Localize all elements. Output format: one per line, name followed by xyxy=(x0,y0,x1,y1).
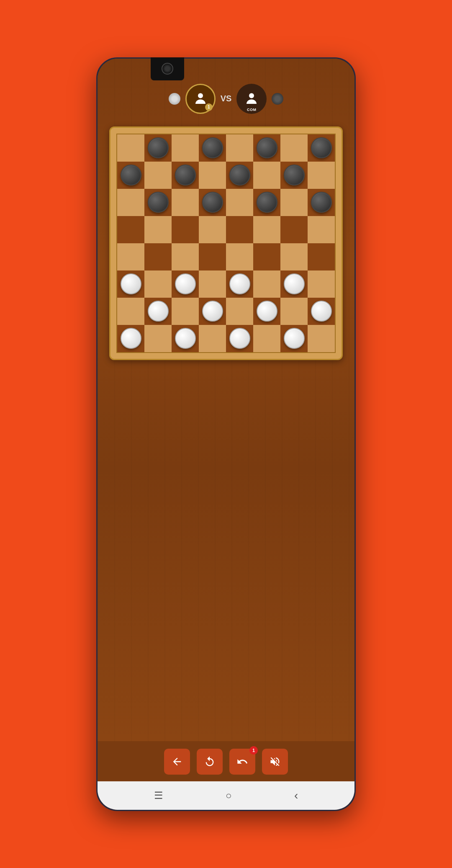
cell-3-6[interactable] xyxy=(280,216,308,243)
cell-4-3[interactable] xyxy=(199,243,226,270)
cell-4-0[interactable] xyxy=(117,243,144,270)
cell-7-7[interactable] xyxy=(308,325,335,352)
piece-white-5-6[interactable] xyxy=(284,273,305,294)
cell-6-2[interactable] xyxy=(172,298,199,325)
undo-button[interactable]: 1 xyxy=(229,749,255,775)
cell-5-1[interactable] xyxy=(144,270,172,298)
cell-0-6[interactable] xyxy=(280,134,308,162)
piece-white-5-2[interactable] xyxy=(175,273,196,294)
piece-black-2-7[interactable] xyxy=(311,192,332,213)
cell-7-4[interactable] xyxy=(226,325,253,352)
toolbar: 1 xyxy=(98,741,354,781)
cell-5-5[interactable] xyxy=(253,270,280,298)
cell-1-1[interactable] xyxy=(144,162,172,189)
cell-1-6[interactable] xyxy=(280,162,308,189)
cell-7-6[interactable] xyxy=(280,325,308,352)
cell-3-7[interactable] xyxy=(308,216,335,243)
cell-2-7[interactable] xyxy=(308,189,335,216)
piece-white-6-5[interactable] xyxy=(257,301,277,322)
cell-2-5[interactable] xyxy=(253,189,280,216)
piece-black-2-3[interactable] xyxy=(202,192,223,213)
piece-white-7-2[interactable] xyxy=(175,328,196,349)
piece-white-5-4[interactable] xyxy=(229,273,250,294)
piece-white-7-6[interactable] xyxy=(284,328,305,349)
cell-3-0[interactable] xyxy=(117,216,144,243)
cell-1-4[interactable] xyxy=(226,162,253,189)
piece-black-2-1[interactable] xyxy=(148,192,169,213)
cell-2-2[interactable] xyxy=(172,189,199,216)
cell-7-2[interactable] xyxy=(172,325,199,352)
cell-1-7[interactable] xyxy=(308,162,335,189)
cell-0-5[interactable] xyxy=(253,134,280,162)
cell-2-1[interactable] xyxy=(144,189,172,216)
cell-0-0[interactable] xyxy=(117,134,144,162)
piece-black-1-6[interactable] xyxy=(284,165,305,185)
piece-black-1-0[interactable] xyxy=(121,165,141,185)
cell-5-0[interactable] xyxy=(117,270,144,298)
cell-3-5[interactable] xyxy=(253,216,280,243)
cell-4-5[interactable] xyxy=(253,243,280,270)
sound-button[interactable] xyxy=(262,749,288,775)
back-nav-icon[interactable]: ‹ xyxy=(294,789,298,802)
cell-0-4[interactable] xyxy=(226,134,253,162)
cell-1-5[interactable] xyxy=(253,162,280,189)
cell-5-6[interactable] xyxy=(280,270,308,298)
piece-white-5-0[interactable] xyxy=(121,273,141,294)
cell-4-1[interactable] xyxy=(144,243,172,270)
piece-black-0-3[interactable] xyxy=(202,137,223,158)
cell-7-0[interactable] xyxy=(117,325,144,352)
cell-2-3[interactable] xyxy=(199,189,226,216)
cell-5-3[interactable] xyxy=(199,270,226,298)
phone-screen: 1 VS COM xyxy=(98,59,354,810)
cell-5-4[interactable] xyxy=(226,270,253,298)
cell-6-1[interactable] xyxy=(144,298,172,325)
cell-4-4[interactable] xyxy=(226,243,253,270)
cell-4-2[interactable] xyxy=(172,243,199,270)
piece-black-2-5[interactable] xyxy=(257,192,277,213)
cell-4-6[interactable] xyxy=(280,243,308,270)
cell-5-2[interactable] xyxy=(172,270,199,298)
phone-frame: 1 VS COM xyxy=(96,57,356,811)
checkerboard[interactable] xyxy=(116,134,336,353)
restart-button[interactable] xyxy=(197,749,223,775)
piece-white-6-3[interactable] xyxy=(202,301,223,322)
piece-black-1-4[interactable] xyxy=(229,165,250,185)
cell-7-3[interactable] xyxy=(199,325,226,352)
back-button[interactable] xyxy=(164,749,190,775)
cell-0-1[interactable] xyxy=(144,134,172,162)
piece-black-0-1[interactable] xyxy=(148,137,169,158)
piece-black-1-2[interactable] xyxy=(175,165,196,185)
cell-6-0[interactable] xyxy=(117,298,144,325)
cell-6-3[interactable] xyxy=(199,298,226,325)
cell-5-7[interactable] xyxy=(308,270,335,298)
cell-0-7[interactable] xyxy=(308,134,335,162)
piece-white-7-0[interactable] xyxy=(121,328,141,349)
cell-6-6[interactable] xyxy=(280,298,308,325)
cell-1-2[interactable] xyxy=(172,162,199,189)
cell-1-0[interactable] xyxy=(117,162,144,189)
home-icon[interactable]: ○ xyxy=(226,790,232,801)
cell-3-1[interactable] xyxy=(144,216,172,243)
cell-1-3[interactable] xyxy=(199,162,226,189)
cell-3-3[interactable] xyxy=(199,216,226,243)
cell-3-4[interactable] xyxy=(226,216,253,243)
player1-badge: 1 xyxy=(205,103,213,111)
cell-7-1[interactable] xyxy=(144,325,172,352)
cell-3-2[interactable] xyxy=(172,216,199,243)
cell-0-2[interactable] xyxy=(172,134,199,162)
cell-2-4[interactable] xyxy=(226,189,253,216)
piece-black-0-7[interactable] xyxy=(311,137,332,158)
piece-white-6-7[interactable] xyxy=(311,301,332,322)
piece-white-6-1[interactable] xyxy=(148,301,169,322)
cell-6-7[interactable] xyxy=(308,298,335,325)
cell-6-5[interactable] xyxy=(253,298,280,325)
cell-4-7[interactable] xyxy=(308,243,335,270)
menu-icon[interactable]: ☰ xyxy=(154,790,163,801)
cell-2-0[interactable] xyxy=(117,189,144,216)
piece-black-0-5[interactable] xyxy=(257,137,277,158)
piece-white-7-4[interactable] xyxy=(229,328,250,349)
cell-0-3[interactable] xyxy=(199,134,226,162)
cell-7-5[interactable] xyxy=(253,325,280,352)
cell-6-4[interactable] xyxy=(226,298,253,325)
cell-2-6[interactable] xyxy=(280,189,308,216)
